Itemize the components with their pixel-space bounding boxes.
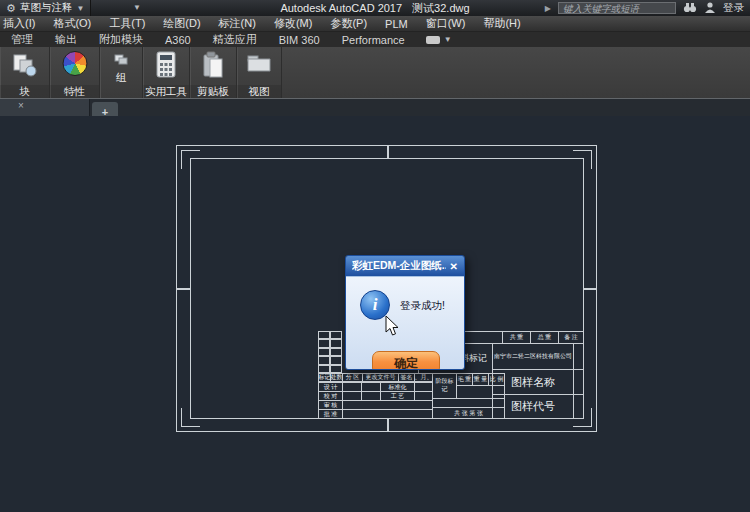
titleblock-cell (342, 409, 433, 419)
dialog-close-icon[interactable]: ✕ (446, 261, 458, 272)
properties-wheel-icon (62, 51, 87, 76)
ribbon-toggle-icon (426, 36, 440, 44)
panel-utilities[interactable]: 实用工具 (143, 47, 190, 98)
menu-insert[interactable]: 插入(I) (0, 16, 44, 31)
panel-label-group: 组 (116, 71, 127, 85)
drawing-file-tab[interactable]: × (0, 99, 90, 116)
panel-label-block: 块 (0, 85, 49, 98)
dialog-title-bar[interactable]: 彩虹EDM-企业图纸... ✕ (346, 256, 464, 276)
corner-mark (181, 150, 200, 169)
menu-window[interactable]: 窗口(W) (417, 16, 475, 31)
titleblock-drawing-code: 图样代号 (492, 394, 574, 419)
close-icon[interactable]: × (18, 100, 24, 111)
autocad-window: ⚙ 草图与注释 ▼ ▼ Autodesk AutoCAD 2017测试32.dw… (0, 0, 750, 512)
titleblock-cell: 更改文件号 (362, 373, 399, 382)
file-tab-bar: × + (0, 99, 750, 116)
menu-parametric[interactable]: 参数(P) (321, 16, 376, 31)
titleblock-cell: 批 准 (318, 409, 343, 419)
panel-group[interactable]: 组 (100, 47, 143, 98)
center-mark (387, 419, 389, 432)
mouse-cursor-icon (385, 316, 401, 342)
menu-bar: 插入(I) 格式(O) 工具(T) 绘图(D) 标注(N) 修改(M) 参数(P… (0, 16, 750, 32)
titleblock-company: 南宁市二轻二区科技有限公司 (492, 343, 574, 370)
menu-draw[interactable]: 绘图(D) (154, 16, 209, 31)
app-title: Autodesk AutoCAD 2017 (280, 2, 402, 14)
user-icon[interactable] (704, 0, 716, 17)
ribbon-tab-bar: 管理 输出 附加模块 A360 精选应用 BIM 360 Performance… (0, 32, 750, 47)
chevron-down-icon: ▼ (444, 35, 452, 44)
corner-mark (181, 408, 200, 427)
dialog-message: 登录成功! (400, 299, 445, 313)
titleblock-cell (573, 369, 584, 395)
titlebar-right-cluster: ▶ 登录 (545, 0, 744, 16)
menu-format[interactable]: 格式(O) (44, 16, 100, 31)
signin-button[interactable]: 登录 (723, 1, 744, 15)
ribbon-tab-bim360[interactable]: BIM 360 (268, 34, 331, 46)
panel-view[interactable]: 视图 (237, 47, 282, 98)
ribbon-tab-a360[interactable]: A360 (154, 34, 202, 46)
clipboard-icon (201, 51, 225, 83)
panel-label-clipboard: 剪贴板 (190, 85, 236, 98)
dialog-title: 彩虹EDM-企业图纸... (352, 259, 446, 273)
center-mark (584, 288, 597, 290)
ribbon-tab-addins[interactable]: 附加模块 (88, 32, 154, 47)
ribbon-tab-output[interactable]: 输出 (44, 32, 88, 47)
titleblock-cell: 分 区 (342, 373, 363, 382)
panel-properties[interactable]: 特性 (50, 47, 100, 98)
panel-label-utilities: 实用工具 (143, 85, 189, 98)
panel-label-properties: 特性 (50, 85, 99, 98)
menu-dimension[interactable]: 标注(N) (210, 16, 265, 31)
panel-label-view: 视图 (237, 85, 281, 98)
ribbon-display-toggle[interactable]: ▼ (426, 35, 452, 44)
group-icon (114, 51, 128, 69)
ribbon-tab-manage[interactable]: 管理 (0, 32, 44, 47)
block-icon (11, 51, 39, 83)
calculator-icon (155, 51, 177, 82)
drawing-canvas[interactable]: 标记 处数 分 区 更改文件号 签名 年、月、日 设 计 校 对 审 核 批 准… (0, 116, 750, 512)
titleblock-cell (573, 343, 584, 370)
titleblock-cell: 签名 (398, 373, 415, 382)
titleblock-drawing-name: 图样名称 (492, 369, 574, 395)
corner-mark (573, 150, 592, 169)
document-name: 测试32.dwg (412, 2, 469, 14)
menu-tools[interactable]: 工具(T) (100, 16, 154, 31)
center-mark (387, 145, 389, 158)
titleblock-register-grid (318, 331, 342, 373)
ribbon-tab-featured-apps[interactable]: 精选应用 (202, 32, 268, 47)
ribbon-panels: 块 特性 组 实用工具 剪贴板 (0, 47, 750, 99)
search-input[interactable] (558, 2, 676, 14)
titleblock-cell: 年、月、日 (414, 373, 433, 382)
new-drawing-tab-button[interactable]: + (92, 102, 118, 116)
menu-modify[interactable]: 修改(M) (265, 16, 322, 31)
edm-login-dialog: 彩虹EDM-企业图纸... ✕ i 登录成功! 确定 (345, 255, 465, 370)
menu-plm[interactable]: PLM (376, 18, 417, 30)
title-bar: ⚙ 草图与注释 ▼ ▼ Autodesk AutoCAD 2017测试32.dw… (0, 0, 750, 16)
center-mark (176, 288, 190, 290)
panel-clipboard[interactable]: 剪贴板 (190, 47, 237, 98)
ok-button[interactable]: 确定 (372, 351, 440, 370)
expand-arrow-icon[interactable]: ▶ (545, 4, 551, 13)
view-folder-icon (246, 51, 272, 78)
menu-help[interactable]: 帮助(H) (474, 16, 529, 31)
panel-block[interactable]: 块 (0, 47, 50, 98)
ribbon-tab-performance[interactable]: Performance (331, 34, 416, 46)
dialog-body: i 登录成功! 确定 (346, 276, 464, 370)
titleblock-cell (573, 394, 584, 419)
search-binoculars-icon[interactable] (683, 0, 697, 17)
titleblock-cell: 阶段标记 (432, 373, 457, 399)
